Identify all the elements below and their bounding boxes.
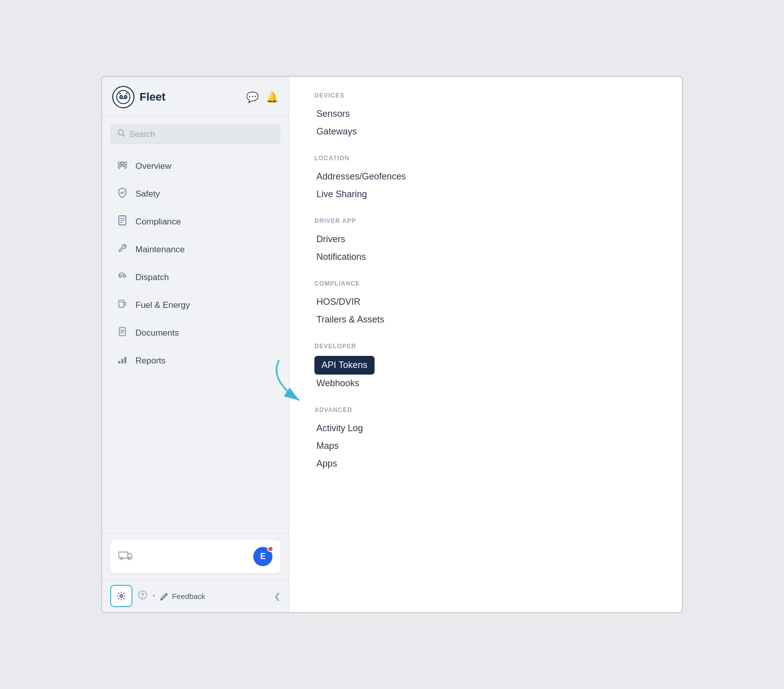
sidebar-item-safety[interactable]: Safety bbox=[106, 180, 285, 207]
dispatch-icon bbox=[116, 270, 128, 284]
sidebar-item-dispatch[interactable]: Dispatch bbox=[106, 264, 285, 291]
sidebar-item-maintenance-label: Maintenance bbox=[135, 245, 185, 255]
menu-section-title-advanced: ADVANCED bbox=[314, 406, 657, 414]
avatar-notification-badge bbox=[267, 546, 273, 552]
svg-text:?: ? bbox=[141, 592, 144, 599]
sidebar-item-reports[interactable]: Reports bbox=[106, 347, 285, 374]
header-icons: 💬 🔔 bbox=[246, 91, 279, 103]
bottom-card: E bbox=[110, 540, 281, 573]
svg-point-14 bbox=[118, 162, 121, 165]
menu-item-hos-dvir[interactable]: HOS/DVIR bbox=[314, 293, 657, 311]
documents-icon bbox=[116, 326, 128, 340]
maintenance-icon bbox=[116, 243, 128, 256]
svg-rect-22 bbox=[119, 300, 124, 307]
menu-item-sensors[interactable]: Sensors bbox=[314, 105, 657, 123]
app-logo bbox=[112, 86, 134, 108]
sidebar-item-maintenance[interactable]: Maintenance bbox=[106, 236, 285, 263]
safety-icon bbox=[116, 187, 128, 201]
svg-point-0 bbox=[117, 90, 130, 104]
svg-point-36 bbox=[120, 595, 123, 598]
menu-section-compliance: COMPLIANCEHOS/DVIRTrailers & Assets bbox=[314, 280, 657, 329]
svg-point-35 bbox=[128, 558, 131, 560]
svg-rect-32 bbox=[124, 357, 126, 363]
feedback-button[interactable]: Feedback bbox=[160, 591, 205, 601]
svg-point-5 bbox=[121, 97, 122, 98]
search-placeholder-text: Search bbox=[129, 130, 155, 139]
sidebar-item-compliance-label: Compliance bbox=[135, 217, 181, 227]
menu-item-addresses[interactable]: Addresses/Geofences bbox=[314, 168, 657, 186]
sidebar: Fleet 💬 🔔 Search bbox=[102, 77, 289, 612]
sidebar-header: Fleet 💬 🔔 bbox=[102, 77, 289, 116]
menu-item-notifications[interactable]: Notifications bbox=[314, 248, 657, 266]
sidebar-item-safety-label: Safety bbox=[135, 189, 160, 199]
menu-section-title-location: LOCATION bbox=[314, 155, 657, 162]
menu-sections: DEVICESSensorsGatewaysLOCATIONAddresses/… bbox=[314, 92, 657, 473]
menu-item-drivers[interactable]: Drivers bbox=[314, 231, 657, 248]
menu-section-title-compliance: COMPLIANCE bbox=[314, 280, 657, 287]
sidebar-footer: ? • Feedback ❮ bbox=[102, 579, 289, 612]
menu-section-title-developer: DEVELOPER bbox=[314, 343, 657, 350]
menu-item-api-tokens[interactable]: API Tokens bbox=[314, 356, 375, 375]
help-icon[interactable]: ? bbox=[137, 590, 148, 603]
settings-button[interactable] bbox=[110, 585, 132, 607]
svg-point-12 bbox=[121, 162, 124, 165]
svg-point-34 bbox=[120, 558, 123, 560]
menu-item-trailers[interactable]: Trailers & Assets bbox=[314, 311, 657, 329]
sidebar-item-compliance[interactable]: Compliance bbox=[106, 208, 285, 235]
feedback-label: Feedback bbox=[172, 592, 205, 601]
sidebar-item-documents-label: Documents bbox=[135, 328, 179, 338]
sidebar-item-documents[interactable]: Documents bbox=[106, 319, 285, 346]
menu-section-location: LOCATIONAddresses/GeofencesLive Sharing bbox=[314, 155, 657, 203]
app-title: Fleet bbox=[140, 90, 241, 104]
svg-rect-23 bbox=[124, 302, 126, 305]
menu-section-developer: DEVELOPERAPI TokensWebhooks bbox=[314, 343, 657, 392]
menu-item-webhooks[interactable]: Webhooks bbox=[314, 375, 657, 392]
sidebar-item-overview[interactable]: Overview bbox=[106, 153, 285, 179]
menu-item-activity-log[interactable]: Activity Log bbox=[314, 420, 657, 437]
svg-rect-30 bbox=[118, 361, 120, 363]
menu-item-live-sharing[interactable]: Live Sharing bbox=[314, 186, 657, 203]
search-bar[interactable]: Search bbox=[110, 124, 281, 145]
compliance-icon bbox=[116, 215, 128, 228]
nav-list: Overview Safety bbox=[102, 149, 289, 533]
bell-icon[interactable]: 🔔 bbox=[266, 91, 279, 103]
reports-icon bbox=[116, 354, 128, 368]
overview-icon bbox=[116, 159, 128, 173]
svg-point-13 bbox=[124, 162, 127, 165]
menu-section-driver-app: DRIVER APPDriversNotifications bbox=[314, 217, 657, 266]
menu-item-gateways[interactable]: Gateways bbox=[314, 123, 657, 141]
menu-section-title-devices: DEVICES bbox=[314, 92, 657, 99]
menu-section-title-driver-app: DRIVER APP bbox=[314, 217, 657, 224]
search-icon bbox=[117, 129, 125, 140]
collapse-chevron-icon[interactable]: ❮ bbox=[274, 591, 281, 601]
menu-item-maps[interactable]: Maps bbox=[314, 437, 657, 455]
chat-icon[interactable]: 💬 bbox=[246, 91, 259, 103]
sidebar-item-dispatch-label: Dispatch bbox=[135, 272, 169, 283]
svg-rect-31 bbox=[121, 359, 123, 363]
truck-icon bbox=[118, 549, 132, 564]
app-container: Fleet 💬 🔔 Search bbox=[101, 76, 683, 613]
menu-section-devices: DEVICESSensorsGateways bbox=[314, 92, 657, 141]
menu-section-advanced: ADVANCEDActivity LogMapsApps bbox=[314, 406, 657, 473]
svg-rect-33 bbox=[119, 552, 128, 558]
menu-item-apps[interactable]: Apps bbox=[314, 455, 657, 473]
sidebar-item-reports-label: Reports bbox=[135, 356, 166, 366]
svg-point-6 bbox=[125, 97, 126, 98]
svg-line-11 bbox=[123, 134, 125, 136]
dot-separator: • bbox=[153, 592, 155, 600]
sidebar-item-fuel-label: Fuel & Energy bbox=[135, 300, 190, 310]
sidebar-bottom: E bbox=[102, 533, 289, 579]
sidebar-item-fuel[interactable]: Fuel & Energy bbox=[106, 292, 285, 318]
sidebar-item-overview-label: Overview bbox=[135, 161, 171, 171]
avatar-wrap: E bbox=[253, 547, 272, 566]
fuel-icon bbox=[116, 298, 128, 312]
main-content: DEVICESSensorsGatewaysLOCATIONAddresses/… bbox=[289, 77, 682, 612]
